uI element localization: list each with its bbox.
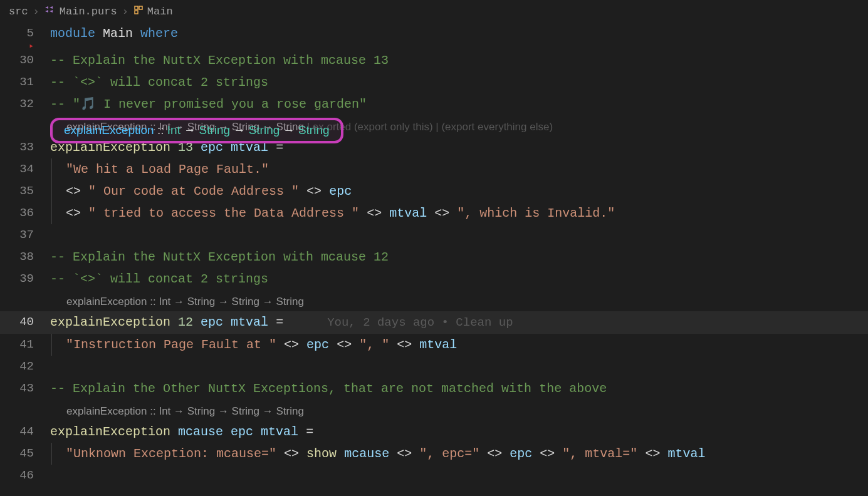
highlight-arrow: →: [180, 123, 199, 137]
code-editor[interactable]: 5 module Main where ▸ 30 -- Explain the …: [0, 23, 868, 487]
purescript-file-icon: [44, 6, 56, 18]
line-number: 38: [0, 246, 50, 268]
code-line[interactable]: 42: [0, 356, 868, 378]
param: mtval: [231, 315, 268, 329]
comment: -- Explain the Other NuttX Exceptions, t…: [50, 381, 607, 396]
line-number: 5: [0, 23, 50, 44]
param: epc: [231, 425, 253, 439]
highlight-type: String: [298, 123, 330, 137]
fn-name: explainException: [50, 425, 170, 439]
param: epc: [510, 447, 532, 461]
string-literal: "We hit a Load Page Fault.": [66, 162, 269, 177]
code-line[interactable]: 36 <> " tried to access the Data Address…: [0, 202, 868, 224]
code-line[interactable]: 32 -- "🎵 I never promised you a rose gar…: [0, 93, 868, 115]
svg-rect-1: [139, 6, 142, 9]
concat-op: <>: [66, 184, 81, 199]
line-number: 39: [0, 268, 50, 290]
code-line-active[interactable]: 40 explainException 12 epc mtval =You, 2…: [0, 311, 868, 334]
gitlens-annotation: You, 2 days ago • Clean up: [327, 316, 513, 329]
line-number: 34: [0, 158, 50, 180]
string-literal: "Unknown Exception: mcause=": [66, 447, 276, 461]
highlight-arrow: →: [230, 123, 249, 137]
string-literal: "Instruction Page Fault at ": [66, 338, 276, 352]
line-number: 46: [0, 465, 50, 487]
highlight-type: Int: [167, 123, 180, 137]
module-name: Main: [103, 26, 133, 41]
comment: -- Explain the NuttX Exception with mcau…: [50, 250, 389, 264]
param: epc: [201, 315, 223, 329]
highlight-colon: ::: [154, 123, 167, 137]
line-number: 43: [0, 378, 50, 400]
breadcrumb-src[interactable]: src: [9, 6, 28, 18]
line-number: 32: [0, 93, 50, 115]
line-number: 40: [0, 311, 50, 333]
highlight-annotation: explainException :: Int → String → Strin…: [50, 118, 343, 143]
breadcrumb-file[interactable]: Main.purs: [60, 6, 117, 18]
concat-op: <>: [434, 206, 449, 220]
string-literal: ", epc=": [419, 447, 479, 461]
concat-op: <>: [367, 206, 382, 220]
fn-call: show: [306, 447, 337, 461]
param: mtval: [389, 206, 427, 220]
concat-op: <>: [645, 447, 660, 461]
code-line[interactable]: 38 -- Explain the NuttX Exception with m…: [0, 246, 868, 268]
number-literal: 12: [178, 315, 193, 329]
equals: =: [268, 315, 283, 329]
highlight-fn-name: explainException: [64, 123, 154, 137]
param: mtval: [419, 338, 457, 352]
string-literal: ", which is Invalid.": [457, 206, 615, 220]
line-number: 36: [0, 202, 50, 224]
highlight-type: String: [199, 123, 230, 137]
param: mtval: [261, 425, 298, 439]
string-literal: ", ": [359, 338, 389, 352]
code-line[interactable]: 37: [0, 224, 868, 246]
line-number: 44: [0, 421, 50, 443]
concat-op: <>: [540, 447, 555, 461]
line-number: 30: [0, 49, 50, 71]
param: epc: [306, 338, 329, 352]
line-number: 42: [0, 356, 50, 378]
code-lens[interactable]: explainException :: Int → String → Strin…: [66, 290, 868, 311]
highlight-arrow: →: [280, 123, 298, 137]
code-line[interactable]: 30 -- Explain the NuttX Exception with m…: [0, 49, 868, 71]
module-icon: [133, 5, 144, 18]
concat-op: <>: [284, 338, 299, 352]
code-line[interactable]: 46: [0, 465, 868, 487]
breadcrumb[interactable]: src › Main.purs › Main: [0, 0, 868, 23]
highlight-type: String: [249, 123, 280, 137]
code-lens-signature: explainException :: Int → String → Strin…: [66, 405, 304, 417]
code-lens[interactable]: explainException :: Int → String → Strin…: [66, 400, 868, 421]
code-line[interactable]: 31 -- `<>` will concat 2 strings: [0, 71, 868, 93]
code-line[interactable]: 35 <> " Our code at Code Address " <> ep…: [0, 180, 868, 202]
concat-op: <>: [284, 447, 299, 461]
param: mcause: [178, 425, 223, 439]
fold-marker-icon[interactable]: ▸: [0, 44, 50, 48]
comment: -- `<>` will concat 2 strings: [50, 75, 268, 90]
svg-rect-0: [135, 6, 138, 9]
concat-op: <>: [306, 184, 322, 199]
chevron-right-icon: ›: [122, 6, 128, 18]
keyword-where: where: [140, 26, 178, 41]
line-number: 31: [0, 71, 50, 93]
code-line[interactable]: 45 "Unknown Exception: mcause=" <> show …: [0, 443, 868, 465]
line-number: 35: [0, 180, 50, 202]
code-lens-signature: explainException :: Int → String → Strin…: [66, 296, 304, 307]
svg-rect-2: [135, 11, 138, 14]
concat-op: <>: [397, 447, 412, 461]
param: mcause: [344, 447, 389, 461]
code-line[interactable]: 39 -- `<>` will concat 2 strings: [0, 268, 868, 290]
code-line[interactable]: 34 "We hit a Load Page Fault.": [0, 158, 868, 180]
string-literal: ", mtval=": [562, 447, 637, 461]
equals: =: [298, 425, 313, 439]
code-line[interactable]: 44 explainException mcause epc mtval =: [0, 421, 868, 443]
code-line[interactable]: 5 module Main where: [0, 23, 868, 44]
code-line[interactable]: 41 "Instruction Page Fault at " <> epc <…: [0, 334, 868, 356]
line-number: 45: [0, 443, 50, 465]
concat-op: <>: [397, 338, 412, 352]
comment: -- `<>` will concat 2 strings: [50, 272, 268, 286]
chevron-right-icon: ›: [33, 6, 39, 18]
string-literal: " Our code at Code Address ": [88, 184, 299, 199]
code-line[interactable]: 43 -- Explain the Other NuttX Exceptions…: [0, 378, 868, 400]
keyword-module: module: [50, 26, 95, 41]
breadcrumb-module[interactable]: Main: [147, 6, 173, 18]
